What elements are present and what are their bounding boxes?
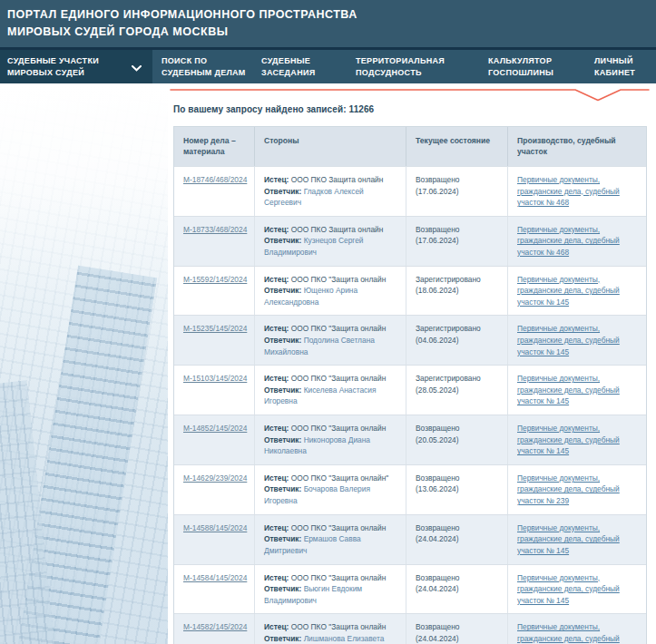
case-status: Возвращено (17.06.2024) [416,225,460,246]
production-cell: Первичные документы, гражданские дела, с… [508,465,646,514]
nav-item-label: СУДЕБНЫЕ УЧАСТКИ МИРОВЫХ СУДЕЙ [7,55,116,77]
production-cell: Первичные документы, гражданские дела, с… [508,565,646,614]
results-count-label: По вашему запросу найдено записей: [173,104,347,114]
plaintiff-label: Истец: [264,225,291,234]
table-row: М-14629/239/2024 Истец: ООО ПКО "Защита … [174,464,646,514]
column-header-parties: Стороны [255,127,406,166]
status-cell: Возвращено (24.04.2024) [406,614,508,644]
production-link[interactable]: Первичные документы, гражданские дела, с… [517,424,620,455]
production-link[interactable]: Первичные документы, гражданские дела, с… [517,225,620,257]
case-number-link[interactable]: М-15235/145/2024 [183,324,247,333]
status-cell: Возвращено (13.06.2024) [406,465,508,514]
production-cell: Первичные документы, гражданские дела, с… [508,366,646,415]
chevron-down-icon [132,63,142,74]
case-number-link[interactable]: М-14852/145/2024 [183,424,247,433]
case-number-link[interactable]: М-14629/239/2024 [183,473,247,483]
case-status: Возвращено (24.04.2024) [416,523,460,544]
column-header-status: Текущее состояние [406,127,508,166]
parties-cell: Истец: ООО ПКО "Защита онлайн Ответчик: … [255,366,406,415]
case-number-cell: М-15103/145/2024 [174,366,255,415]
production-cell: Первичные документы, гражданские дела, с… [508,614,646,644]
status-cell: Возвращено (17.06.2024) [406,167,508,216]
production-cell: Первичные документы, гражданские дела, с… [508,316,646,365]
status-cell: Возвращено (17.06.2024) [406,217,508,266]
main-navigation: СУДЕБНЫЕ УЧАСТКИ МИРОВЫХ СУДЕЙ ПОИСК ПО … [0,50,656,83]
plaintiff-label: Истец: [264,523,291,532]
parties-cell: Истец: ООО ПКО "Защита онлайн Ответчик: … [255,515,406,564]
plaintiff-label: Истец: [264,175,291,184]
production-cell: Первичные документы, гражданские дела, с… [508,267,646,316]
plaintiff-label: Истец: [264,473,291,483]
defendant-label: Ответчик: [264,236,304,245]
table-row: М-18733/468/2024 Истец: ООО ПКО Защита о… [174,216,646,266]
case-number-link[interactable]: М-18733/468/2024 [183,225,247,234]
case-status: Возвращено (24.04.2024) [416,622,460,643]
production-link[interactable]: Первичные документы, гражданские дела, с… [517,324,620,356]
content-panel: По вашему запросу найдено записей: 11266… [168,83,656,644]
case-number-link[interactable]: М-14584/145/2024 [183,573,247,582]
production-cell: Первичные документы, гражданские дела, с… [508,217,646,266]
table-row: М-14588/145/2024 Истец: ООО ПКО "Защита … [174,514,646,564]
plaintiff-label: Истец: [264,622,291,631]
production-link[interactable]: Первичные документы, гражданские дела, с… [517,473,620,505]
nav-item-label: ПОИСК ПО СУДЕБНЫМ ДЕЛАМ [162,55,259,77]
case-number-link[interactable]: М-14582/145/2024 [183,622,247,631]
page-title-line2: МИРОВЫХ СУДЕЙ ГОРОДА МОСКВЫ [7,24,656,41]
status-cell: Возвращено (24.04.2024) [406,565,508,614]
defendant-label: Ответчик: [264,634,304,643]
case-number-cell: М-14852/145/2024 [174,415,255,464]
nav-item-personal-account[interactable]: ЛИЧНЫЙ КАБИНЕТ [594,50,651,83]
status-cell: Возвращено (20.05.2024) [406,415,508,464]
plaintiff-name: ООО ПКО "Защита онлайн [291,523,387,532]
case-number-cell: М-14588/145/2024 [174,515,255,564]
site-header: ПОРТАЛ ЕДИНОГО ИНФОРМАЦИОННОГО ПРОСТРАНС… [0,0,656,47]
production-link[interactable]: Первичные документы, гражданские дела, с… [517,573,620,605]
city-background-photo [0,83,168,644]
plaintiff-name: ООО ПКО "Защита онлайн [291,275,387,284]
table-row: М-14582/145/2024 Истец: ООО ПКО "Защита … [174,613,646,644]
plaintiff-name: ООО ПКО "Защита онлайн [291,324,387,333]
nav-item-label: КАЛЬКУЛЯТОР ГОСПОШЛИНЫ [488,55,595,77]
case-number-link[interactable]: М-15103/145/2024 [183,374,247,383]
nav-item-fee-calculator[interactable]: КАЛЬКУЛЯТОР ГОСПОШЛИНЫ [488,50,595,83]
case-status: Зарегистрировано (28.05.2024) [416,374,481,395]
results-count: По вашему запросу найдено записей: 11266 [173,104,374,114]
status-cell: Зарегистрировано (28.05.2024) [406,366,508,415]
defendant-label: Ответчик: [264,534,304,543]
defendant-label: Ответчик: [264,385,304,395]
nav-item-territorial-jurisdiction[interactable]: ТЕРРИТОРИАЛЬНАЯ ПОДСУДНОСТЬ [356,50,485,83]
column-header-case-number: Номер дела – материала [174,127,255,166]
case-number-link[interactable]: М-18746/468/2024 [183,175,247,184]
case-number-cell: М-15592/145/2024 [174,267,255,316]
column-header-production: Производство, судебный участок [508,127,646,166]
table-row: М-15592/145/2024 Истец: ООО ПКО "Защита … [174,266,646,316]
plaintiff-name: ООО ПКО "Защита онлайн [291,374,387,383]
table-header-row: Номер дела – материала Стороны Текущее с… [174,127,646,166]
production-link[interactable]: Первичные документы, гражданские дела, с… [517,275,620,307]
nav-item-court-districts[interactable]: СУДЕБНЫЕ УЧАСТКИ МИРОВЫХ СУДЕЙ [0,50,152,83]
parties-cell: Истец: ООО ПКО "Защита онлайн Ответчик: … [255,267,406,316]
case-number-cell: М-14629/239/2024 [174,465,255,514]
table-row: М-15235/145/2024 Истец: ООО ПКО "Защита … [174,315,646,365]
production-cell: Первичные документы, гражданские дела, с… [508,415,646,464]
case-number-link[interactable]: М-14588/145/2024 [183,523,247,532]
nav-item-court-sessions[interactable]: СУДЕБНЫЕ ЗАСЕДАНИЯ [261,50,352,83]
table-row: М-14852/145/2024 Истец: ООО ПКО "Защита … [174,415,646,464]
plaintiff-name: ООО ПКО "Защита онлайн [291,622,387,631]
plaintiff-label: Истец: [264,275,291,284]
nav-item-label: ЛИЧНЫЙ КАБИНЕТ [594,55,651,77]
plaintiff-name: ООО ПКО Защита онлайн [291,175,384,184]
plaintiff-name: ООО ПКО Защита онлайн [291,225,384,234]
nav-item-case-search[interactable]: ПОИСК ПО СУДЕБНЫМ ДЕЛАМ [162,50,259,83]
production-link[interactable]: Первичные документы, гражданские дела, с… [517,523,620,555]
production-link[interactable]: Первичные документы, гражданские дела, с… [517,175,620,207]
case-status: Зарегистрировано (04.06.2024) [416,324,481,345]
production-cell: Первичные документы, гражданские дела, с… [508,515,646,564]
defendant-label: Ответчик: [264,484,304,493]
case-number-link[interactable]: М-15592/145/2024 [183,275,247,284]
production-link[interactable]: Первичные документы, гражданские дела, с… [517,622,620,644]
parties-cell: Истец: ООО ПКО "Защита онлайн" Ответчик:… [255,465,406,514]
production-link[interactable]: Первичные документы, гражданские дела, с… [517,374,620,405]
parties-cell: Истец: ООО ПКО Защита онлайн Ответчик: Г… [255,167,406,216]
case-number-cell: М-15235/145/2024 [174,316,255,365]
